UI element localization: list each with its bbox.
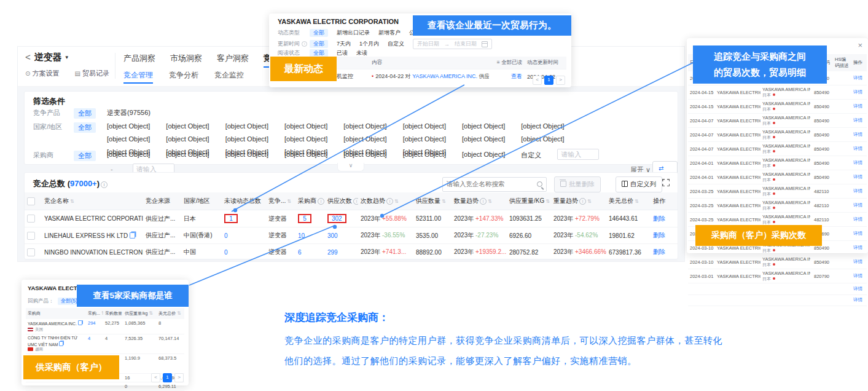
plan-settings-button[interactable]: ⊙方案设置: [25, 69, 59, 77]
page-title[interactable]: <逆变器▼: [25, 52, 69, 63]
buyer-option[interactable]: [object Object]: [284, 151, 327, 160]
country-option[interactable]: [object Object]: [107, 122, 150, 130]
detail-link[interactable]: 详情: [853, 273, 862, 278]
chevron-down-icon[interactable]: ▼: [65, 55, 69, 60]
country-option[interactable]: [object Object]: [521, 122, 564, 130]
tab-item[interactable]: 客户洞察: [217, 53, 249, 66]
delete-link[interactable]: 删除: [653, 215, 665, 222]
filter-all-chip[interactable]: 全部: [74, 108, 96, 119]
supply-count-link[interactable]: 300: [327, 232, 338, 239]
sort-icon[interactable]: ⇅: [101, 310, 103, 316]
buyer-option[interactable]: [object Object]: [403, 151, 446, 160]
purchase-count-link[interactable]: 4: [88, 336, 90, 341]
country-option[interactable]: [object Object]: [284, 122, 327, 130]
competitor-name-link[interactable]: YASKAWA ELECTRIC CORPORATIO: [44, 215, 143, 222]
range-min-input[interactable]: 请输入: [557, 149, 599, 160]
prev-page-button[interactable]: <: [151, 373, 160, 382]
detail-link[interactable]: 详情: [853, 174, 862, 180]
country-option[interactable]: [object Object]: [343, 122, 386, 130]
country-option[interactable]: [object Object]: [225, 122, 268, 130]
sort-icon[interactable]: ⇅: [488, 199, 492, 204]
country-option[interactable]: [object Object]: [166, 135, 209, 143]
detail-link[interactable]: 详情: [853, 146, 862, 151]
buyers-count-link[interactable]: 5: [298, 214, 311, 223]
supply-count-link[interactable]: 302: [327, 214, 346, 223]
country-option[interactable]: [object Object]: [107, 135, 150, 143]
unread-count-link[interactable]: 1: [224, 214, 238, 223]
buyer-company-link[interactable]: YASKAWA AMERICA INC.: [412, 73, 477, 79]
filter-option[interactable]: 自定义: [388, 40, 404, 48]
detail-link[interactable]: 详情: [853, 245, 862, 250]
buyer-option[interactable]: [object Object]: [225, 151, 268, 160]
tab-item[interactable]: 产品洞察: [123, 53, 155, 66]
row-checkbox[interactable]: [27, 248, 35, 256]
sort-icon[interactable]: ⇅: [70, 199, 74, 204]
buyer-option[interactable]: [object Object]: [462, 151, 505, 160]
search-box[interactable]: [442, 177, 547, 192]
back-icon[interactable]: <: [25, 52, 31, 62]
country-option[interactable]: [object Object]: [462, 135, 505, 143]
detail-link[interactable]: 详情: [853, 286, 862, 291]
page-1-button[interactable]: 1: [544, 76, 553, 85]
delete-link[interactable]: 删除: [653, 232, 665, 239]
close-icon[interactable]: ×: [858, 41, 862, 50]
sort-icon[interactable]: ⇅: [149, 310, 153, 316]
sort-icon[interactable]: ⇅: [635, 199, 639, 204]
delete-link[interactable]: 删除: [653, 248, 665, 255]
next-page-button[interactable]: >: [556, 76, 565, 85]
prev-page-button[interactable]: <: [533, 76, 542, 85]
buyer-option[interactable]: [object Object]: [107, 151, 150, 160]
filter-option[interactable]: 全部: [310, 40, 328, 48]
collapse-chevron[interactable]: ∨: [337, 163, 364, 172]
country-option[interactable]: [object Object]: [403, 122, 446, 130]
next-page-button[interactable]: >: [174, 373, 184, 382]
filter-all-chip[interactable]: 全部: [74, 151, 96, 161]
subtab-item[interactable]: 竞企管理: [123, 71, 153, 84]
trade-records-button[interactable]: ▤贸易记录: [74, 69, 109, 77]
detail-link[interactable]: 详情: [853, 202, 862, 208]
detail-link[interactable]: 详情: [853, 75, 862, 81]
sort-icon[interactable]: ⇅: [545, 199, 550, 204]
competitor-name-link[interactable]: NINGBO INNOVATION ELECTRONI: [44, 249, 143, 256]
copy-icon[interactable]: [59, 341, 63, 346]
buyer-option[interactable]: [object Object]: [343, 151, 386, 160]
filter-option[interactable]: 新增出口记录: [337, 29, 370, 37]
total-count[interactable]: 97000+: [70, 179, 97, 188]
filter-option[interactable]: 新增客户: [378, 29, 401, 37]
country-option[interactable]: [object Object]: [166, 122, 209, 130]
view-link[interactable]: 查看: [511, 73, 522, 79]
mark-all-read-link[interactable]: ≡ 全部已读: [497, 59, 522, 65]
filter-all-chip[interactable]: 全部: [74, 122, 96, 133]
filter-option[interactable]: 1个月内: [359, 40, 379, 48]
competitor-name-link[interactable]: LINEHAUL EXPRESS HK LTD: [44, 232, 128, 239]
detail-link[interactable]: 详情: [853, 117, 862, 123]
date-range-input[interactable]: 开始日期→结束日期: [413, 39, 492, 49]
row-checkbox[interactable]: [27, 232, 35, 240]
search-input[interactable]: [443, 178, 536, 190]
select-all-checkbox[interactable]: [27, 197, 35, 205]
subtab-item[interactable]: 竞企监控: [214, 71, 244, 82]
purchase-count-link[interactable]: 294: [88, 320, 96, 326]
sort-icon[interactable]: ⇅: [442, 199, 446, 204]
buyers-count-link[interactable]: 6: [298, 249, 302, 256]
country-option[interactable]: [object Object]: [225, 135, 268, 143]
custom-range-label[interactable]: 自定义: [521, 151, 541, 160]
row-checkbox[interactable]: [27, 215, 35, 223]
batch-delete-button[interactable]: 批量删除: [554, 176, 601, 192]
detail-link[interactable]: 详情: [853, 297, 862, 302]
subtab-item[interactable]: 竞争分析: [169, 71, 198, 82]
country-option[interactable]: [object Object]: [343, 135, 386, 143]
detail-link[interactable]: 详情: [853, 259, 862, 264]
buyers-count-link[interactable]: 10: [298, 232, 305, 239]
country-option[interactable]: [object Object]: [462, 122, 505, 130]
detail-link[interactable]: 详情: [853, 103, 862, 109]
custom-columns-button[interactable]: 自定义列: [616, 176, 662, 192]
page-1-button[interactable]: 1: [163, 373, 172, 382]
detail-link[interactable]: 详情: [853, 231, 862, 236]
detail-link[interactable]: 详情: [853, 216, 862, 222]
sort-icon[interactable]: ⇅: [287, 199, 291, 204]
supply-count-link[interactable]: 299: [327, 249, 338, 256]
fullscreen-icon[interactable]: [662, 179, 670, 186]
detail-link[interactable]: 详情: [853, 160, 862, 165]
detail-link[interactable]: 详情: [853, 132, 862, 137]
